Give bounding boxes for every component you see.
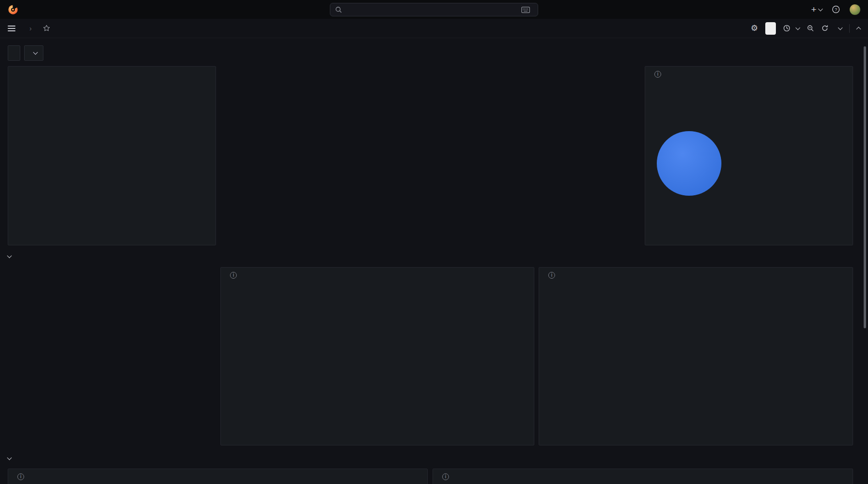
- share-button[interactable]: [765, 22, 776, 35]
- topbar-actions: + ?: [811, 4, 860, 15]
- chevron-down-icon: [7, 455, 12, 460]
- panel-pve-version-breakdown: [645, 66, 853, 245]
- divider: [849, 24, 850, 33]
- dashboard-toolbar: ⚙: [751, 22, 860, 35]
- chevron-up-icon: [856, 27, 861, 31]
- info-icon[interactable]: [548, 272, 555, 279]
- pie-legend: [732, 98, 852, 100]
- menu-toggle-icon[interactable]: [8, 28, 15, 29]
- time-range-picker[interactable]: [783, 25, 800, 32]
- gear-icon: ⚙: [751, 24, 758, 32]
- bar-gauge-list: [8, 71, 216, 245]
- legend-color: [732, 98, 739, 100]
- info-icon[interactable]: [442, 473, 449, 480]
- zoom-out-icon: [807, 25, 814, 32]
- collapse-topbar-button[interactable]: [857, 26, 860, 31]
- filter-cluster-button[interactable]: [8, 45, 20, 61]
- zoom-out-button[interactable]: [807, 25, 814, 32]
- refresh-button[interactable]: [821, 25, 828, 32]
- panel-cluster-storage-utilized-1: [8, 469, 428, 484]
- panel-header: [8, 469, 427, 480]
- nav-bar: ⚙: [0, 19, 868, 38]
- section-storage[interactable]: [8, 451, 15, 466]
- section-resource-allocation[interactable]: [8, 249, 15, 264]
- panel-storage-disk-used: [8, 66, 216, 245]
- add-new-button[interactable]: +: [811, 5, 822, 14]
- breadcrumb: [25, 25, 37, 32]
- panel-cluster-cpus-chart: [220, 267, 534, 445]
- filter-value-dropdown[interactable]: [24, 45, 43, 61]
- plus-icon: +: [811, 5, 816, 14]
- panel-header: [8, 67, 216, 71]
- refresh-interval-dropdown[interactable]: [836, 27, 842, 29]
- search-icon: [335, 6, 342, 13]
- chevron-down-icon: [838, 25, 843, 30]
- grafana-logo-icon[interactable]: [8, 4, 18, 15]
- chevron-down-icon: [796, 25, 800, 30]
- info-icon[interactable]: [654, 71, 661, 78]
- panel-header: [645, 67, 853, 78]
- search-input[interactable]: [330, 3, 538, 16]
- help-icon[interactable]: ?: [832, 5, 840, 13]
- clock-icon: [783, 25, 790, 32]
- svg-text:?: ?: [835, 7, 837, 12]
- info-icon[interactable]: [230, 272, 237, 279]
- scrollbar-thumb[interactable]: [864, 46, 866, 328]
- chevron-down-icon: [818, 6, 823, 11]
- panel-cluster-memory-chart: [539, 267, 853, 445]
- panel-header: [539, 268, 853, 279]
- keyboard-icon: [521, 7, 530, 13]
- info-icon[interactable]: [17, 473, 24, 480]
- dashboard-settings-button[interactable]: ⚙: [751, 24, 758, 32]
- panel-cluster-storage-utilized-2: [433, 469, 853, 484]
- favorite-star-icon[interactable]: [43, 25, 50, 32]
- dashboard-filters: [8, 45, 43, 61]
- chevron-down-icon: [33, 50, 38, 55]
- panel-header: [433, 469, 853, 480]
- pie-chart[interactable]: [657, 131, 721, 196]
- refresh-icon: [821, 25, 828, 32]
- breadcrumb-separator: [29, 25, 32, 32]
- chevron-down-icon: [7, 253, 12, 258]
- top-bar: + ?: [0, 0, 868, 19]
- user-avatar[interactable]: [850, 4, 860, 15]
- grafana-dashboard: + ? ⚙: [0, 0, 868, 484]
- panel-header: [221, 268, 534, 279]
